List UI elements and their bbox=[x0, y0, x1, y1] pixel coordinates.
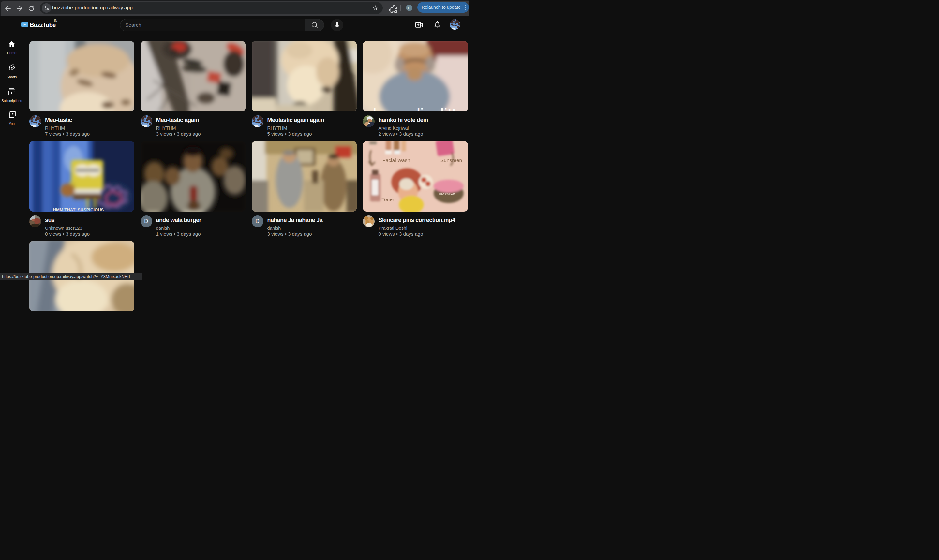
svg-text:happy diwali!!: happy diwali!! bbox=[373, 106, 456, 111]
svg-text:Toner: Toner bbox=[382, 197, 394, 202]
svg-text:Facial Wash: Facial Wash bbox=[382, 157, 410, 163]
svg-text:Sunsreen: Sunsreen bbox=[440, 157, 462, 163]
svg-text:moisturizer: moisturizer bbox=[439, 191, 456, 195]
svg-text:HMM THAT' SUSPICIOUS: HMM THAT' SUSPICIOUS bbox=[53, 207, 104, 212]
